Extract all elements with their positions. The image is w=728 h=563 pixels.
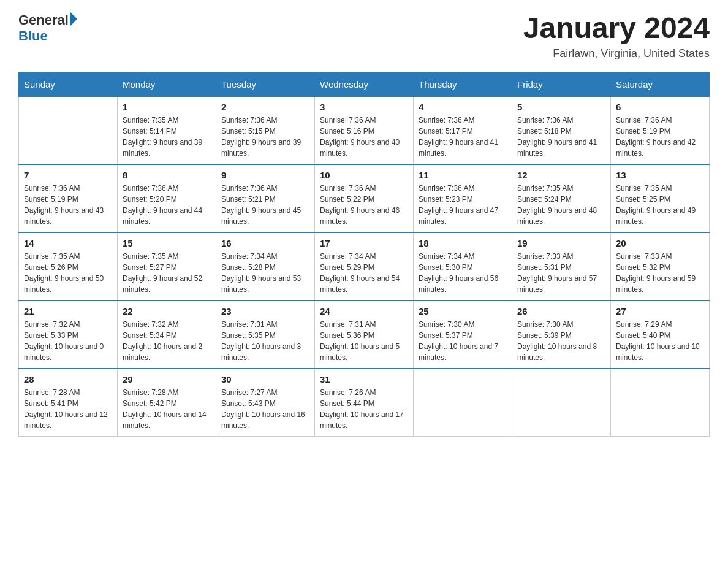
sun-info: Sunrise: 7:36 AMSunset: 5:19 PMDaylight:…: [24, 183, 112, 227]
day-number: 7: [24, 170, 112, 180]
sun-info: Sunrise: 7:28 AMSunset: 5:41 PMDaylight:…: [24, 387, 112, 431]
location-text: Fairlawn, Virginia, United States: [523, 47, 710, 60]
day-cell-6: 6Sunrise: 7:36 AMSunset: 5:19 PMDaylight…: [611, 96, 710, 164]
header-thursday: Thursday: [414, 72, 512, 96]
day-number: 6: [616, 102, 704, 112]
sun-info: Sunrise: 7:32 AMSunset: 5:34 PMDaylight:…: [123, 319, 211, 363]
day-cell-1: 1Sunrise: 7:35 AMSunset: 5:14 PMDaylight…: [118, 96, 216, 164]
logo-blue-text: Blue: [18, 28, 77, 44]
day-number: 2: [221, 102, 309, 112]
header-saturday: Saturday: [611, 72, 710, 96]
day-cell-29: 29Sunrise: 7:28 AMSunset: 5:42 PMDayligh…: [118, 369, 216, 437]
day-number: 16: [221, 238, 309, 248]
sun-info: Sunrise: 7:36 AMSunset: 5:22 PMDaylight:…: [320, 183, 408, 227]
day-number: 13: [616, 170, 704, 180]
header-sunday: Sunday: [19, 72, 118, 96]
week-row-3: 14Sunrise: 7:35 AMSunset: 5:26 PMDayligh…: [19, 232, 710, 301]
day-number: 15: [123, 238, 211, 248]
day-number: 17: [320, 238, 408, 248]
logo-general-text: General: [18, 12, 69, 28]
sun-info: Sunrise: 7:30 AMSunset: 5:39 PMDaylight:…: [517, 319, 605, 363]
day-number: 20: [616, 238, 704, 248]
sun-info: Sunrise: 7:36 AMSunset: 5:16 PMDaylight:…: [320, 115, 408, 159]
day-cell-24: 24Sunrise: 7:31 AMSunset: 5:36 PMDayligh…: [315, 301, 414, 369]
sun-info: Sunrise: 7:36 AMSunset: 5:23 PMDaylight:…: [419, 183, 507, 227]
day-cell-25: 25Sunrise: 7:30 AMSunset: 5:37 PMDayligh…: [414, 301, 512, 369]
sun-info: Sunrise: 7:36 AMSunset: 5:15 PMDaylight:…: [221, 115, 309, 159]
week-row-2: 7Sunrise: 7:36 AMSunset: 5:19 PMDaylight…: [19, 164, 710, 232]
day-cell-3: 3Sunrise: 7:36 AMSunset: 5:16 PMDaylight…: [315, 96, 414, 164]
sun-info: Sunrise: 7:34 AMSunset: 5:28 PMDaylight:…: [221, 251, 309, 295]
day-cell-9: 9Sunrise: 7:36 AMSunset: 5:21 PMDaylight…: [216, 164, 315, 232]
day-number: 1: [123, 102, 211, 112]
header-friday: Friday: [512, 72, 611, 96]
day-cell-empty: [611, 369, 710, 437]
day-cell-30: 30Sunrise: 7:27 AMSunset: 5:43 PMDayligh…: [216, 369, 315, 437]
calendar-header-row: SundayMondayTuesdayWednesdayThursdayFrid…: [19, 72, 710, 96]
week-row-5: 28Sunrise: 7:28 AMSunset: 5:41 PMDayligh…: [19, 369, 710, 437]
day-number: 12: [517, 170, 605, 180]
header-tuesday: Tuesday: [216, 72, 315, 96]
day-number: 27: [616, 306, 704, 316]
day-number: 4: [419, 102, 507, 112]
week-row-1: 1Sunrise: 7:35 AMSunset: 5:14 PMDaylight…: [19, 96, 710, 164]
day-cell-empty: [414, 369, 512, 437]
sun-info: Sunrise: 7:34 AMSunset: 5:29 PMDaylight:…: [320, 251, 408, 295]
day-cell-4: 4Sunrise: 7:36 AMSunset: 5:17 PMDaylight…: [414, 96, 512, 164]
day-cell-16: 16Sunrise: 7:34 AMSunset: 5:28 PMDayligh…: [216, 232, 315, 301]
logo: General Blue: [18, 12, 77, 44]
day-cell-18: 18Sunrise: 7:34 AMSunset: 5:30 PMDayligh…: [414, 232, 512, 301]
sun-info: Sunrise: 7:36 AMSunset: 5:21 PMDaylight:…: [221, 183, 309, 227]
day-cell-12: 12Sunrise: 7:35 AMSunset: 5:24 PMDayligh…: [512, 164, 611, 232]
sun-info: Sunrise: 7:26 AMSunset: 5:44 PMDaylight:…: [320, 387, 408, 431]
day-cell-28: 28Sunrise: 7:28 AMSunset: 5:41 PMDayligh…: [19, 369, 118, 437]
week-row-4: 21Sunrise: 7:32 AMSunset: 5:33 PMDayligh…: [19, 301, 710, 369]
sun-info: Sunrise: 7:36 AMSunset: 5:19 PMDaylight:…: [616, 115, 704, 159]
day-number: 14: [24, 238, 112, 248]
day-number: 30: [221, 374, 309, 385]
day-number: 22: [123, 306, 211, 316]
day-cell-5: 5Sunrise: 7:36 AMSunset: 5:18 PMDaylight…: [512, 96, 611, 164]
day-cell-10: 10Sunrise: 7:36 AMSunset: 5:22 PMDayligh…: [315, 164, 414, 232]
sun-info: Sunrise: 7:28 AMSunset: 5:42 PMDaylight:…: [123, 387, 211, 431]
day-cell-15: 15Sunrise: 7:35 AMSunset: 5:27 PMDayligh…: [118, 232, 216, 301]
day-cell-14: 14Sunrise: 7:35 AMSunset: 5:26 PMDayligh…: [19, 232, 118, 301]
day-number: 25: [419, 306, 507, 316]
day-cell-20: 20Sunrise: 7:33 AMSunset: 5:32 PMDayligh…: [611, 232, 710, 301]
header-monday: Monday: [118, 72, 216, 96]
day-cell-13: 13Sunrise: 7:35 AMSunset: 5:25 PMDayligh…: [611, 164, 710, 232]
month-title: January 2024: [523, 12, 710, 45]
sun-info: Sunrise: 7:27 AMSunset: 5:43 PMDaylight:…: [221, 387, 309, 431]
sun-info: Sunrise: 7:35 AMSunset: 5:27 PMDaylight:…: [123, 251, 211, 295]
sun-info: Sunrise: 7:35 AMSunset: 5:25 PMDaylight:…: [616, 183, 704, 227]
title-section: January 2024 Fairlawn, Virginia, United …: [523, 12, 710, 60]
day-cell-17: 17Sunrise: 7:34 AMSunset: 5:29 PMDayligh…: [315, 232, 414, 301]
sun-info: Sunrise: 7:34 AMSunset: 5:30 PMDaylight:…: [419, 251, 507, 295]
day-cell-empty: [19, 96, 118, 164]
day-cell-26: 26Sunrise: 7:30 AMSunset: 5:39 PMDayligh…: [512, 301, 611, 369]
sun-info: Sunrise: 7:36 AMSunset: 5:18 PMDaylight:…: [517, 115, 605, 159]
sun-info: Sunrise: 7:35 AMSunset: 5:14 PMDaylight:…: [123, 115, 211, 159]
sun-info: Sunrise: 7:36 AMSunset: 5:17 PMDaylight:…: [419, 115, 507, 159]
header-wednesday: Wednesday: [315, 72, 414, 96]
calendar-table: SundayMondayTuesdayWednesdayThursdayFrid…: [18, 72, 710, 437]
sun-info: Sunrise: 7:31 AMSunset: 5:36 PMDaylight:…: [320, 319, 408, 363]
day-number: 28: [24, 374, 112, 385]
day-number: 10: [320, 170, 408, 180]
day-number: 3: [320, 102, 408, 112]
day-number: 5: [517, 102, 605, 112]
day-number: 21: [24, 306, 112, 316]
logo-triangle-icon: [70, 12, 77, 26]
day-number: 24: [320, 306, 408, 316]
day-cell-23: 23Sunrise: 7:31 AMSunset: 5:35 PMDayligh…: [216, 301, 315, 369]
sun-info: Sunrise: 7:32 AMSunset: 5:33 PMDaylight:…: [24, 319, 112, 363]
sun-info: Sunrise: 7:29 AMSunset: 5:40 PMDaylight:…: [616, 319, 704, 363]
day-cell-empty: [512, 369, 611, 437]
sun-info: Sunrise: 7:30 AMSunset: 5:37 PMDaylight:…: [419, 319, 507, 363]
day-cell-22: 22Sunrise: 7:32 AMSunset: 5:34 PMDayligh…: [118, 301, 216, 369]
day-cell-27: 27Sunrise: 7:29 AMSunset: 5:40 PMDayligh…: [611, 301, 710, 369]
day-number: 18: [419, 238, 507, 248]
sun-info: Sunrise: 7:33 AMSunset: 5:32 PMDaylight:…: [616, 251, 704, 295]
day-number: 11: [419, 170, 507, 180]
day-number: 19: [517, 238, 605, 248]
